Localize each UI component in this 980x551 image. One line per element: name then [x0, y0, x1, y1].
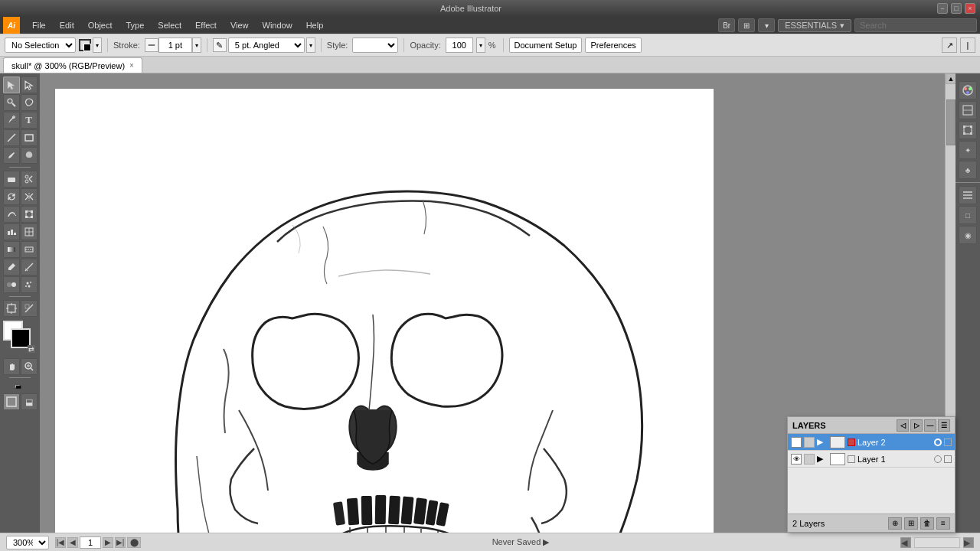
layers-collapse[interactable]: — — [924, 419, 936, 432]
column-graph-tool[interactable] — [3, 223, 20, 240]
toolbar-extra-1[interactable]: ↗ — [942, 37, 957, 53]
rp-brushes-button[interactable]: ✦ — [959, 141, 977, 159]
line-tool[interactable] — [3, 129, 20, 146]
zoom-select[interactable]: 300% — [6, 536, 49, 549]
brush-size-select[interactable]: 5 pt. Angled — [228, 37, 305, 53]
grid-button[interactable]: ⊞ — [738, 18, 755, 32]
layer1-visibility[interactable]: 👁 — [791, 454, 802, 465]
layer2-expand[interactable]: ▶ — [817, 437, 828, 448]
rp-transform-button[interactable] — [959, 121, 977, 139]
selection-dropdown[interactable]: No Selection — [5, 37, 76, 53]
blend-tool[interactable] — [3, 276, 20, 293]
stroke-color-arrow[interactable]: ▾ — [93, 37, 102, 53]
close-button[interactable]: × — [965, 3, 975, 14]
document-setup-button[interactable]: Document Setup — [509, 37, 583, 53]
brush-arrow[interactable]: ▾ — [306, 37, 315, 53]
stroke-width-arrow[interactable]: ▾ — [192, 37, 201, 53]
rp-circle-button[interactable]: ◉ — [959, 226, 977, 244]
brush-icon[interactable]: ✎ — [213, 38, 227, 52]
menu-effect[interactable]: Effect — [189, 19, 223, 31]
layers-delete[interactable]: 🗑 — [920, 517, 934, 530]
menu-select[interactable]: Select — [152, 19, 188, 31]
warp-tool[interactable] — [3, 206, 20, 223]
free-transform-tool[interactable] — [21, 206, 38, 223]
stroke-icon[interactable] — [145, 38, 158, 52]
type-tool[interactable]: T — [21, 112, 38, 129]
selection-tool[interactable] — [3, 77, 20, 93]
menu-edit[interactable]: Edit — [54, 19, 80, 31]
prev-page-button[interactable]: ◀ — [67, 537, 78, 548]
style-select[interactable] — [352, 37, 398, 53]
opacity-input[interactable] — [446, 37, 473, 53]
bridge-button[interactable]: Br — [718, 18, 735, 32]
direct-selection-tool[interactable] — [21, 77, 38, 93]
layer2-select[interactable] — [944, 439, 952, 446]
lasso-tool[interactable] — [21, 94, 38, 111]
toolbar-extra-2[interactable]: | — [960, 37, 975, 53]
slice-tool[interactable] — [21, 300, 38, 317]
scroll-thumb-vertical[interactable] — [946, 99, 956, 145]
stroke-width-input[interactable] — [158, 37, 192, 53]
layers-icon-1[interactable]: ◁ — [897, 419, 909, 432]
menu-object[interactable]: Object — [82, 19, 119, 31]
rectangle-tool[interactable] — [21, 129, 38, 146]
rp-rect-button[interactable]: □ — [959, 206, 977, 224]
next-page-button[interactable]: ▶ — [103, 537, 113, 548]
status-arrow[interactable]: ▶ — [543, 537, 549, 546]
magic-wand-tool[interactable] — [3, 94, 20, 111]
horizontal-scrollbar-thumb[interactable] — [914, 537, 960, 548]
layer2-target[interactable] — [934, 439, 942, 446]
layer1-target[interactable] — [934, 455, 942, 463]
essentials-button[interactable]: ESSENTIALS ▾ — [778, 19, 851, 32]
rp-align-button[interactable] — [959, 186, 977, 204]
menu-help[interactable]: Help — [300, 19, 330, 31]
gradient-tool-left[interactable] — [3, 241, 20, 258]
layer2-lock[interactable] — [804, 437, 815, 448]
zoom-tool[interactable] — [21, 358, 38, 375]
opacity-arrow[interactable]: ▾ — [476, 37, 485, 53]
statusbar-nav[interactable]: ◀ — [900, 537, 911, 548]
restore-button[interactable]: □ — [951, 3, 962, 14]
rp-appearance-button[interactable] — [959, 101, 977, 119]
rp-color-button[interactable] — [959, 81, 977, 99]
preferences-button[interactable]: Preferences — [585, 37, 641, 53]
layer2-visibility[interactable]: 👁 — [791, 437, 802, 448]
layer1-lock[interactable] — [804, 454, 815, 465]
menu-type[interactable]: Type — [120, 19, 151, 31]
layers-icon-2[interactable]: ▷ — [910, 419, 923, 432]
document-tab[interactable]: skull* @ 300% (RGB/Preview) × — [3, 57, 142, 73]
eyedropper-tool[interactable] — [3, 259, 20, 276]
last-page-button[interactable]: ▶| — [115, 537, 126, 548]
record-button[interactable]: ⬤ — [127, 537, 141, 548]
draw-behind[interactable]: ⬓ — [21, 393, 38, 410]
blob-brush-tool[interactable] — [21, 147, 38, 164]
layers-menu[interactable]: ☰ — [938, 419, 950, 432]
layers-add-linked[interactable]: ⊞ — [904, 517, 918, 530]
hand-tool[interactable] — [3, 358, 20, 375]
measure-tool[interactable] — [21, 259, 38, 276]
pencil-tool[interactable] — [3, 147, 20, 164]
statusbar-nav-right[interactable]: ▶ — [963, 537, 974, 548]
normal-mode[interactable] — [3, 393, 20, 410]
tab-close-button[interactable]: × — [129, 61, 134, 70]
layers-options[interactable]: ≡ — [936, 517, 950, 530]
scissors-tool[interactable] — [21, 171, 38, 187]
scroll-up-button[interactable]: ▲ — [946, 73, 956, 84]
eraser-tool[interactable] — [3, 171, 20, 187]
gradient-tool-right[interactable] — [21, 241, 38, 258]
first-page-button[interactable]: |◀ — [55, 537, 66, 548]
search-input[interactable] — [854, 18, 977, 32]
menu-view[interactable]: View — [224, 19, 255, 31]
layer1-select[interactable] — [944, 455, 952, 463]
mesh-tool[interactable] — [21, 223, 38, 240]
fill-stroke-toggle[interactable] — [3, 380, 37, 393]
minimize-button[interactable]: − — [937, 3, 948, 14]
artboard-tool[interactable] — [3, 300, 20, 317]
rp-symbols-button[interactable]: ♣ — [959, 161, 977, 179]
menu-file[interactable]: File — [26, 19, 52, 31]
layer-row-1[interactable]: 👁 ▶ Layer 1 — [788, 451, 955, 468]
stroke-color-indicator[interactable] — [79, 39, 91, 51]
rotate-tool[interactable] — [3, 188, 20, 205]
symbol-sprayer[interactable] — [21, 276, 38, 293]
pen-tool[interactable] — [3, 112, 20, 129]
